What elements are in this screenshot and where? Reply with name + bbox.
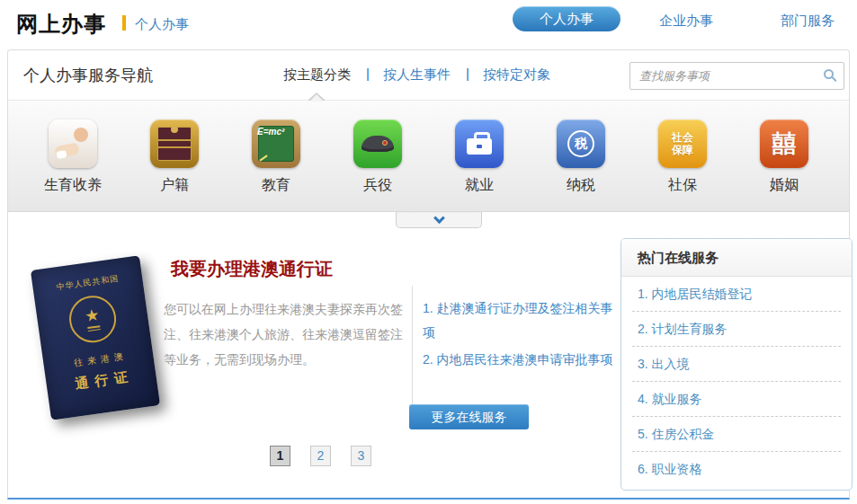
service-nav-bar: 个人办事服务导航 按主题分类 | 按人生事件 | 按特定对象 — [8, 50, 849, 101]
header-tab-personal[interactable]: 个人办事 — [513, 6, 620, 31]
feature-link-1[interactable]: 1. 赴港澳通行证办理及签注相关事项 — [423, 296, 619, 345]
hot-service-item-4[interactable]: 4. 就业服务 — [632, 382, 841, 417]
site-header: 网上办事 个人办事 个人办事 企业办事 部门服务 — [0, 0, 857, 49]
briefcase-icon — [455, 119, 504, 168]
category-label: 兵役 — [338, 176, 417, 195]
feature-description: 您可以在网上办理往来港澳夫妻探亲再次签注、往来港澳个人旅游、往来港澳逗留签注等业… — [164, 296, 405, 372]
nav-tab-by-topic[interactable]: 按主题分类 — [283, 66, 351, 84]
page-button-2[interactable]: 2 — [310, 446, 331, 466]
page-button-3[interactable]: 3 — [351, 446, 371, 466]
social-security-icon: 社会保障 — [658, 119, 707, 168]
hot-service-item-3[interactable]: 3. 出入境 — [632, 347, 841, 382]
breadcrumb[interactable]: 个人办事 — [135, 16, 189, 33]
feature-link-2[interactable]: 2. 内地居民往来港澳申请审批事项 — [423, 348, 619, 372]
category-label: 教育 — [237, 176, 316, 195]
hot-service-item-2[interactable]: 2. 计划生育服务 — [632, 312, 841, 347]
chevron-down-icon — [433, 212, 445, 224]
beret-icon — [353, 119, 402, 168]
more-services-button[interactable]: 更多在线服务 — [409, 404, 529, 429]
hot-service-item-1[interactable]: 1. 内地居民结婚登记 — [632, 277, 841, 312]
logo-divider — [122, 15, 126, 31]
category-label: 就业 — [440, 176, 519, 195]
search-icon[interactable] — [824, 69, 834, 79]
category-item-birth-adoption[interactable]: 生育收养 — [33, 119, 112, 211]
nav-title: 个人办事服务导航 — [23, 65, 153, 86]
carousel-pagination: 1 2 3 — [270, 446, 371, 466]
passport-image: 中华人民共和国 ★ 往来港澳 通行证 — [33, 255, 168, 430]
national-emblem-icon: ★ — [67, 293, 120, 346]
category-item-household[interactable]: 户籍 — [135, 119, 214, 211]
nav-tab-by-target-group[interactable]: 按特定对象 — [483, 66, 550, 84]
category-strip: 生育收养 户籍 E=mc² 教育 兵役 — [8, 102, 849, 212]
search-box — [629, 62, 844, 90]
header-tab-department[interactable]: 部门服务 — [781, 13, 835, 30]
nav-separator: | — [366, 66, 370, 81]
category-label: 纳税 — [541, 176, 620, 195]
category-item-marriage[interactable]: 囍 婚姻 — [745, 119, 824, 211]
nav-separator: | — [466, 66, 469, 81]
baby-icon — [49, 119, 97, 168]
category-item-social-security[interactable]: 社会保障 社保 — [643, 119, 722, 211]
chalkboard-icon: E=mc² — [252, 119, 300, 168]
page-button-1[interactable]: 1 — [270, 446, 290, 466]
category-item-employment[interactable]: 就业 — [440, 119, 519, 211]
nav-tab-by-life-event[interactable]: 按人生事件 — [383, 66, 451, 84]
category-item-education[interactable]: E=mc² 教育 — [237, 119, 316, 211]
hot-services-title: 热门在线服务 — [621, 239, 852, 277]
hot-service-item-5[interactable]: 5. 住房公积金 — [632, 417, 841, 452]
household-register-icon — [150, 119, 199, 168]
active-tab-caret — [309, 94, 324, 102]
tax-icon: 税 — [557, 119, 605, 168]
hot-service-item-6[interactable]: 6. 职业资格 — [632, 452, 841, 487]
category-label: 户籍 — [135, 176, 214, 195]
double-happiness-icon: 囍 — [760, 119, 808, 168]
feature-title: 我要办理港澳通行证 — [171, 257, 333, 281]
hot-services-panel: 热门在线服务 1. 内地居民结婚登记 2. 计划生育服务 3. 出入境 4. 就… — [620, 238, 853, 491]
category-item-tax[interactable]: 税 纳税 — [541, 119, 620, 211]
search-input[interactable] — [629, 62, 844, 90]
header-tab-enterprise[interactable]: 企业办事 — [659, 13, 713, 30]
category-item-military[interactable]: 兵役 — [338, 119, 417, 211]
category-label: 社保 — [643, 176, 722, 195]
main-panel: 个人办事服务导航 按主题分类 | 按人生事件 | 按特定对象 生育收养 户籍 — [7, 49, 850, 500]
category-label: 生育收养 — [33, 176, 112, 195]
expand-categories-button[interactable] — [396, 212, 482, 228]
category-label: 婚姻 — [745, 176, 824, 195]
site-logo: 网上办事 — [16, 10, 106, 39]
